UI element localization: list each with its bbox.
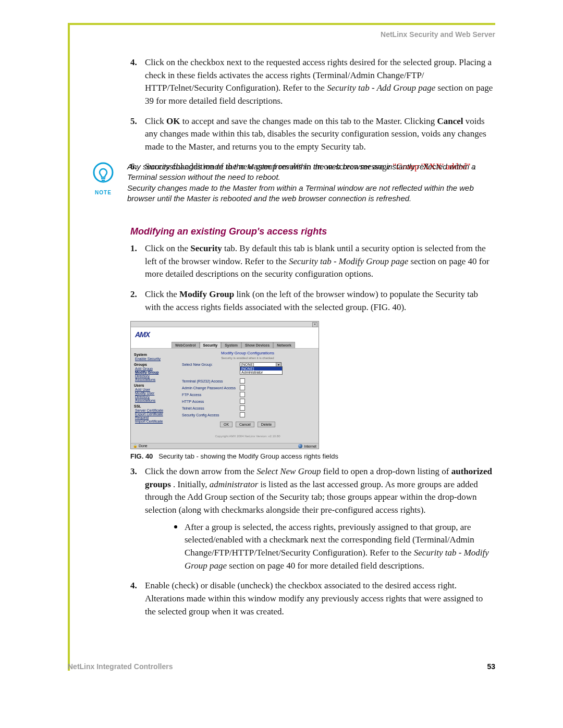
step-text: Click OK to accept and save the changes … [145, 116, 486, 152]
step-text: Enable (check) or disable (uncheck) the … [145, 581, 483, 616]
close-icon[interactable]: × [312, 322, 317, 327]
running-header: NetLinx Security and Web Server [381, 30, 495, 39]
delete-button[interactable]: Delete [258, 422, 275, 427]
figure-40: × AMX WebControl Security System Show De… [130, 321, 495, 460]
step-5: 5. Click OK to accept and save the chang… [130, 115, 495, 154]
bullet-1: After a group is selected, the access ri… [174, 521, 495, 573]
select-new-group[interactable]: [NONE] ▾ [NONE] Administrator [240, 362, 282, 367]
mstep-1: 1. Click on the Security tab. By default… [130, 242, 495, 281]
link-associations2[interactable]: Associations [135, 399, 175, 402]
side-rule [68, 23, 70, 671]
link-directory2[interactable]: Directory [135, 395, 175, 399]
side-groups-h: Groups [134, 363, 175, 366]
ok-button[interactable]: OK [220, 422, 232, 427]
checkbox-telnet[interactable] [240, 405, 245, 411]
tab-show-devices[interactable]: Show Devices [241, 342, 273, 348]
pane-title: Modify Group Configurations [180, 351, 315, 355]
row-ftp: FTP Access [180, 391, 238, 398]
row-terminal: Terminal (RS232) Access [180, 378, 238, 385]
screenshot-window: × AMX WebControl Security System Show De… [130, 321, 319, 449]
checkbox-ftp[interactable] [240, 392, 245, 397]
tab-system[interactable]: System [221, 342, 241, 348]
brand-logo: AMX [131, 327, 319, 342]
step-number: 4. [130, 56, 137, 69]
tab-strip: WebControl Security System Show Devices … [131, 342, 319, 348]
note-callout: NOTE Any security changes made to the Ma… [89, 162, 495, 204]
link-modify-user[interactable]: Modify User [135, 391, 175, 395]
link-directory[interactable]: Directory [135, 374, 175, 378]
step-number: 3. [130, 465, 137, 478]
checkbox-seccfg[interactable] [240, 412, 245, 417]
subheading: Modifying an existing Group's access rig… [130, 226, 495, 237]
row-telnet: Telnet Access [180, 405, 238, 412]
select-value: [NONE] [240, 363, 281, 366]
step-number: 1. [130, 242, 137, 255]
footer-title: NetLinx Integrated Controllers [68, 662, 173, 671]
note-label: NOTE [89, 190, 118, 195]
option-none[interactable]: [NONE] [240, 367, 282, 371]
note-icon: NOTE [89, 162, 118, 195]
globe-icon [298, 444, 302, 448]
mstep-4: 4. Enable (check) or disable (uncheck) t… [130, 579, 495, 618]
step-text: Click the Modify Group link (on the left… [145, 289, 478, 312]
top-rule [68, 23, 495, 25]
link-modify-group[interactable]: Modify Group [135, 371, 175, 374]
link-enable-security[interactable]: Enable Security [135, 357, 175, 361]
step-text: Click on the Security tab. By default th… [145, 243, 489, 279]
checkbox-admin[interactable] [240, 385, 245, 390]
status-done: 🔒 Done [133, 444, 148, 448]
note-text: Any security changes made to the Master … [127, 162, 495, 204]
footer: NetLinx Integrated Controllers 53 [68, 659, 495, 671]
section-modify: Modifying an existing Group's access rig… [130, 215, 495, 625]
link-add-user[interactable]: Add User [135, 388, 175, 391]
document-page: NetLinx Security and Web Server 4. Click… [0, 0, 563, 728]
step-text: Click on the checkbox next to the reques… [145, 57, 493, 106]
step-number: 2. [130, 288, 137, 301]
mstep-3: 3. Click the down arrow from the Select … [130, 465, 495, 572]
select-options: [NONE] Administrator [240, 366, 283, 375]
link-associations[interactable]: Associations [135, 378, 175, 381]
link-add-group[interactable]: Add Group [135, 367, 175, 371]
figure-caption: FIG. 40 Security tab - showing the Modif… [130, 452, 495, 460]
link-export-cert[interactable]: Export Certificate [135, 412, 175, 416]
checkbox-http[interactable] [240, 399, 245, 404]
row-http: HTTP Access [180, 398, 238, 405]
pane-hint: Security is enabled when it is checked [180, 356, 315, 360]
step-text: Click the down arrow from the Select New… [145, 466, 492, 515]
window-titlebar: × [131, 322, 319, 327]
status-bar: 🔒 Done Internet [131, 443, 319, 449]
checkbox-terminal[interactable] [240, 378, 245, 384]
content-pane: Modify Group Configurations Security is … [177, 349, 319, 443]
page-number: 53 [487, 662, 495, 671]
step-number: 5. [130, 115, 137, 128]
copyright-line: Copyright AMX 2004 NetLinx Version: v2.1… [180, 435, 315, 438]
link-import-cert[interactable]: Import Certificate [135, 419, 175, 423]
cancel-button[interactable]: Cancel [236, 422, 254, 427]
step-number: 4. [130, 579, 137, 593]
side-users-h: Users [134, 384, 175, 387]
status-internet: Internet [298, 444, 316, 448]
tab-security[interactable]: Security [200, 342, 222, 348]
link-request[interactable]: Request [135, 416, 175, 419]
select-label: Select New Group: [180, 362, 238, 367]
sidebar: System Enable Security Groups Add Group … [131, 349, 177, 443]
link-server-cert[interactable]: Server Certificate [135, 409, 175, 412]
row-seccfg: Security Config Access [180, 412, 238, 418]
option-administrator[interactable]: Administrator [240, 371, 282, 374]
tab-webcontrol[interactable]: WebControl [172, 342, 200, 348]
side-system-h: System [134, 353, 175, 356]
side-ssl-h: SSL [134, 404, 175, 408]
chevron-down-icon[interactable]: ▾ [276, 363, 281, 366]
tab-network[interactable]: Network [273, 342, 295, 348]
row-admin: Admin Change Password Access [180, 385, 238, 391]
mstep-2: 2. Click the Modify Group link (on the l… [130, 288, 495, 314]
step-4: 4. Click on the checkbox next to the req… [130, 56, 495, 108]
